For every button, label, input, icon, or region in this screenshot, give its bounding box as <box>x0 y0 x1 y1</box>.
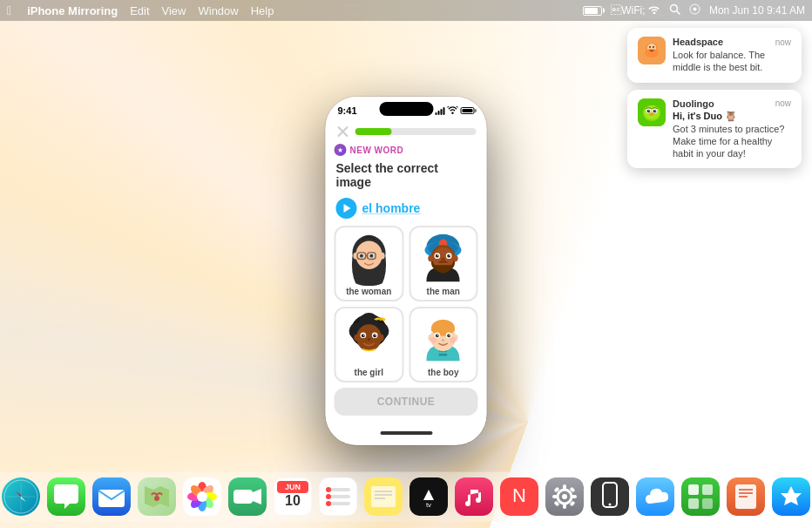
svg-point-3 <box>693 8 696 11</box>
dock-icon-iphone-mirroring[interactable] <box>591 477 629 516</box>
dock-icon-safari[interactable] <box>2 477 40 516</box>
svg-point-15 <box>647 109 651 112</box>
option-woman[interactable]: the woman <box>335 226 404 301</box>
iphone-battery-fill <box>463 109 473 112</box>
svg-point-122 <box>326 487 331 492</box>
svg-text:N: N <box>512 484 526 506</box>
duolingo-app-name: Duolingo <box>673 98 714 109</box>
svg-point-31 <box>369 254 373 258</box>
menubar-time: Mon Jun 10 9:41 AM <box>709 4 805 17</box>
svg-text:10: 10 <box>285 493 301 508</box>
svg-point-60 <box>373 334 376 337</box>
home-bar <box>380 431 432 435</box>
svg-point-63 <box>367 338 370 341</box>
svg-point-47 <box>449 254 450 256</box>
dock-icon-calendar[interactable]: JUN 10 <box>274 477 312 516</box>
headspace-app-name: Headspace <box>673 37 723 47</box>
svg-point-30 <box>360 254 363 258</box>
spanish-word: el hombre <box>362 201 421 215</box>
svg-point-7 <box>645 49 659 58</box>
badge-label: NEW WORD <box>350 146 404 155</box>
dock-icon-reminders[interactable] <box>319 477 357 516</box>
continue-button-area: CONTINUE <box>326 382 487 424</box>
svg-point-18 <box>654 110 655 111</box>
option-man[interactable]: the man <box>409 226 478 301</box>
progress-bar-fill <box>355 128 392 135</box>
svg-point-62 <box>375 335 376 335</box>
menubar-app-name: iPhone Mirroring <box>27 4 118 17</box>
menubar-left:  iPhone Mirroring Edit View Window Help <box>7 3 274 17</box>
siri-icon[interactable] <box>689 3 700 17</box>
dock-icon-facetime[interactable] <box>228 477 267 516</box>
dock-icon-icloud[interactable] <box>636 477 674 516</box>
dock-icon-maps[interactable] <box>138 477 176 516</box>
svg-rect-156 <box>702 498 713 509</box>
svg-point-56 <box>379 335 384 342</box>
dock-icon-appstore[interactable] <box>772 477 810 516</box>
option-boy[interactable]: the boy <box>409 307 478 382</box>
menubar-help[interactable]: Help <box>251 4 274 17</box>
svg-point-17 <box>648 110 649 111</box>
menubar-edit[interactable]: Edit <box>130 4 149 17</box>
dock-icon-notes[interactable] <box>364 477 403 516</box>
svg-point-113 <box>197 491 207 502</box>
svg-rect-142 <box>552 495 558 498</box>
apple-menu-icon[interactable]:  <box>7 3 11 17</box>
dock-icon-numbers[interactable] <box>681 477 720 516</box>
notification-duolingo[interactable]: Duolingo now Hi, it's Duo 🦉 Got 3 minute… <box>627 90 802 169</box>
dock-icon-photos[interactable] <box>183 477 221 516</box>
continue-button[interactable]: CONTINUE <box>335 388 478 416</box>
svg-rect-141 <box>563 504 566 509</box>
boy-label: the boy <box>428 368 459 377</box>
iphone-status-icons <box>436 106 475 116</box>
man-illustration <box>417 233 470 285</box>
svg-point-9 <box>653 46 654 48</box>
iphone-battery-icon <box>461 107 475 114</box>
svg-point-45 <box>448 254 451 258</box>
svg-point-55 <box>354 335 359 342</box>
iphone-app-content: ★ NEW WORD Select the correct image el h… <box>326 119 487 442</box>
duolingo-body: Got 3 minutes to practice? Make time for… <box>673 123 791 160</box>
menubar-view[interactable]: View <box>162 4 186 17</box>
new-word-badge: ★ NEW WORD <box>326 142 487 159</box>
battery-fill <box>585 8 598 14</box>
dock-icon-pages[interactable] <box>727 477 765 516</box>
headspace-time: now <box>775 37 791 47</box>
headspace-icon <box>638 37 666 64</box>
dock-icon-mail[interactable] <box>92 477 131 516</box>
close-button[interactable] <box>336 125 350 139</box>
svg-point-126 <box>326 501 331 506</box>
signal-bar-1 <box>436 112 437 115</box>
dock: JUN 10 tv <box>0 472 812 521</box>
man-label: the man <box>427 287 460 296</box>
play-icon <box>344 204 351 213</box>
headspace-header: Headspace now <box>673 37 791 47</box>
signal-bar-4 <box>443 107 445 115</box>
image-options-grid: the woman <box>326 226 487 382</box>
menubar:  iPhone Mirroring Edit View Window Help… <box>0 0 812 21</box>
svg-point-124 <box>326 494 331 499</box>
dock-icon-news[interactable]: N <box>500 477 538 516</box>
dock-icon-messages[interactable] <box>47 477 85 516</box>
menubar-window[interactable]: Window <box>198 4 238 17</box>
dock-icon-systemsettings[interactable] <box>545 477 584 516</box>
svg-point-26 <box>380 253 385 260</box>
svg-line-1 <box>676 11 680 15</box>
audio-button[interactable] <box>336 198 357 219</box>
svg-rect-143 <box>572 495 577 498</box>
svg-point-53 <box>379 317 382 321</box>
svg-point-103 <box>154 496 159 501</box>
svg-point-54 <box>356 324 382 351</box>
svg-rect-140 <box>563 484 566 490</box>
notification-headspace[interactable]: Headspace now Look for balance. The midd… <box>627 28 802 83</box>
duolingo-icon <box>638 98 666 126</box>
option-girl[interactable]: the girl <box>335 307 404 382</box>
signal-bar-2 <box>438 111 440 115</box>
dock-icon-appletv[interactable]: tv <box>409 477 448 516</box>
svg-point-77 <box>430 337 436 344</box>
signal-bar-3 <box>441 109 443 115</box>
dock-icon-music[interactable] <box>455 477 493 516</box>
iphone-time: 9:41 <box>338 105 357 116</box>
search-icon[interactable] <box>669 3 680 17</box>
wifi-icon: WiFi; <box>611 4 660 17</box>
